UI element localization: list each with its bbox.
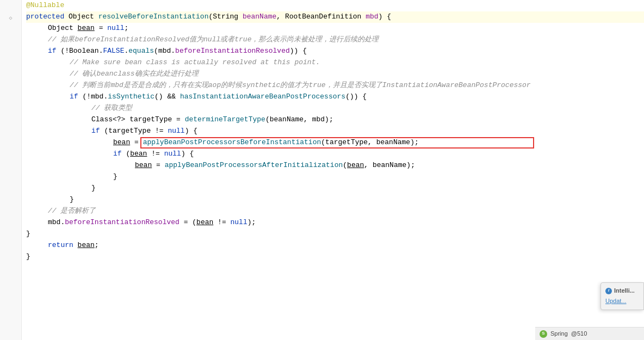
gutter-icon-2: ◇ — [7, 13, 15, 24]
gutter-icon-9 — [7, 92, 15, 104]
code-line-1: @Nullable — [26, 0, 644, 11]
status-location: @510 — [571, 329, 587, 339]
gutter-icon-18 — [7, 195, 15, 207]
code-line-14: if (bean != null) { — [26, 149, 644, 160]
gutter-icon-3 — [7, 24, 15, 35]
code-line-12: if (targetType != null) { — [26, 126, 644, 137]
code-line-19: // 是否解析了 — [26, 206, 644, 217]
kw-protected: protected — [26, 11, 69, 23]
code-line-3: Object bean = null; — [26, 23, 644, 34]
code-line-20: mbd.beforeInstantiationResolved = (bean … — [26, 217, 644, 228]
code-content[interactable]: @Nullable protected Object resolveBefore… — [22, 0, 644, 340]
info-icon: i — [605, 288, 612, 294]
gutter-icon-1 — [7, 1, 15, 13]
code-line-7: // 确认beanclass确实在此处进行处理 — [26, 69, 644, 80]
code-line-6: // Make sure bean class is actually reso… — [26, 57, 644, 69]
code-line-16: } — [26, 171, 644, 183]
code-line-23: } — [26, 251, 644, 263]
code-line-21: } — [26, 228, 644, 240]
code-line-18: } — [26, 194, 644, 206]
gutter-icon-14 — [7, 150, 15, 161]
popup-title: i Intelli... — [605, 286, 639, 296]
gutter-icon-22 — [7, 241, 15, 252]
gutter-icon-5 — [7, 47, 15, 58]
gutter-icon-19 — [7, 207, 15, 218]
gutter-icon-20 — [7, 218, 15, 230]
gutter-icon-8 — [7, 81, 15, 92]
code-line-9: if (!mbd.isSynthetic() && hasInstantiati… — [26, 91, 644, 103]
popup-title-text: Intelli... — [614, 286, 635, 296]
status-bar: S Spring @510 — [535, 327, 644, 340]
gutter-icon-15 — [7, 161, 15, 172]
code-line-2: protected Object resolveBeforeInstantiat… — [26, 11, 644, 23]
line-number-gutter: ◇ — [0, 0, 22, 340]
code-line-8: // 判断当前mbd是否是合成的，只有在实现aop的时候synthetic的值才… — [26, 80, 644, 91]
code-line-11: Class<?> targetType = determineTargetTyp… — [26, 114, 644, 126]
code-line-22: return bean; — [26, 240, 644, 251]
gutter-icon-16 — [7, 172, 15, 184]
gutter-icon-23 — [7, 252, 15, 264]
code-line-4: // 如果beforeInstantiationResolved值为null或者… — [26, 34, 644, 46]
code-line-13: bean = applyBeanPostProcessorsBeforeInst… — [26, 137, 644, 149]
gutter-icon-13 — [7, 138, 15, 150]
intellij-popup[interactable]: i Intelli... Updat... — [600, 282, 644, 310]
gutter-icon-10 — [7, 104, 15, 115]
spring-status-text: Spring — [550, 329, 568, 339]
code-line-17: } — [26, 183, 644, 194]
code-line-5: if (!Boolean.FALSE.equals(mbd.beforeInst… — [26, 46, 644, 57]
code-editor: ◇ @Nullable — [0, 0, 644, 340]
gutter-icon-7 — [7, 70, 15, 81]
gutter-icon-4 — [7, 35, 15, 47]
annotation-nullable: @Nullable — [26, 0, 64, 11]
gutter-icon-17 — [7, 184, 15, 195]
spring-icon: S — [540, 330, 547, 338]
code-line-15: bean = applyBeanPostProcessorsAfterIniti… — [26, 160, 644, 171]
gutter-icon-11 — [7, 115, 15, 127]
code-line-10: // 获取类型 — [26, 103, 644, 114]
popup-update-link[interactable]: Updat... — [605, 296, 639, 306]
gutter-icon-21 — [7, 230, 15, 241]
gutter-icon-6 — [7, 58, 15, 70]
gutter-icon-12 — [7, 127, 15, 138]
